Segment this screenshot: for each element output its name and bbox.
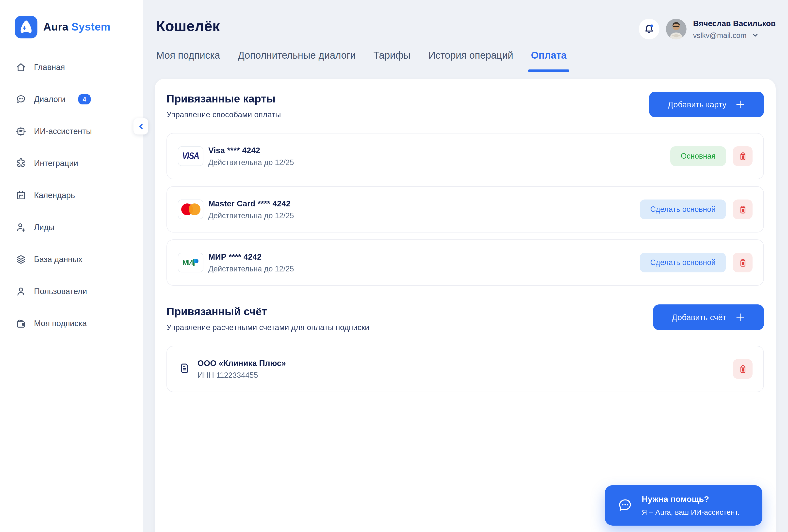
mastercard-logo-icon (178, 199, 203, 219)
sidebar-nav: Главная Диалоги 4 ИИ-ассистенты Интеграц… (0, 51, 143, 339)
card-row-mastercard: Master Card **** 4242 Действительна до 1… (166, 186, 764, 233)
layers-icon (15, 254, 26, 265)
cards-section-header: Привязанные карты Управление способами о… (166, 92, 764, 119)
sidebar-item-integrations[interactable]: Интеграции (0, 147, 143, 179)
card-title: МИР **** 4242 (208, 253, 294, 261)
sidebar-item-users[interactable]: Пользователи (0, 275, 143, 308)
add-account-button[interactable]: Добавить счёт (653, 304, 764, 330)
dialogs-count-badge: 4 (78, 94, 91, 104)
sidebar-item-calendar[interactable]: Календарь (0, 179, 143, 211)
account-section-subtitle: Управление расчётными счетами для оплаты… (166, 323, 369, 332)
sidebar-item-label: Интеграции (34, 159, 78, 168)
card-row-mir: МИ МИР **** 4242 Действительна до 12/25 … (166, 239, 764, 286)
tab-tariffs[interactable]: Тарифы (373, 50, 411, 61)
brand-name-primary: Aura (43, 21, 68, 33)
chevron-down-icon[interactable] (752, 31, 759, 39)
delete-card-button[interactable] (733, 199, 752, 219)
sidebar: AuraSystem Главная Диалоги 4 ИИ-ассистен… (0, 0, 143, 532)
sidebar-item-label: Лиды (34, 223, 55, 232)
cpu-icon (15, 125, 26, 137)
chat-icon (15, 94, 26, 105)
card-title: Master Card **** 4242 (208, 199, 294, 208)
account-title: ООО «Клиника Плюс» (197, 359, 286, 367)
brand-name-accent: System (72, 21, 111, 33)
sidebar-item-database[interactable]: База данных (0, 243, 143, 275)
sidebar-item-label: Главная (34, 63, 65, 72)
account-inn: ИНН 1122334455 (197, 371, 286, 379)
trash-icon (737, 257, 748, 268)
tab-extra-dialogs[interactable]: Дополнительные диалоги (238, 50, 356, 61)
chat-bubble-icon (616, 496, 634, 514)
notifications-button[interactable] (639, 19, 660, 39)
ai-help-widget[interactable]: Нужна помощь? Я – Aura, ваш ИИ-ассистент… (605, 485, 762, 526)
cards-section-title: Привязанные карты (166, 93, 281, 105)
page-title: Кошелёк (156, 18, 220, 35)
cards-list: VISA Visa **** 4242 Действительна до 12/… (166, 133, 764, 286)
add-account-button-label: Добавить счёт (672, 313, 726, 322)
tab-operation-history[interactable]: История операций (429, 50, 513, 61)
calendar-icon (15, 190, 26, 201)
trash-icon (737, 204, 748, 215)
wallet-icon (15, 318, 26, 329)
trash-icon (737, 364, 748, 374)
card-expiry: Действительна до 12/25 (208, 265, 294, 272)
make-primary-button[interactable]: Сделать основной (640, 199, 726, 219)
app-root: AuraSystem Главная Диалоги 4 ИИ-ассистен… (0, 0, 788, 532)
bell-icon (644, 23, 655, 35)
header-user-cluster: Вячеслав Васильков vslkv@mail.com (639, 19, 776, 39)
account-section-title: Привязанный счёт (166, 306, 369, 318)
aura-logo-icon (15, 16, 37, 38)
user-info[interactable]: Вячеслав Васильков vslkv@mail.com (693, 19, 776, 39)
accounts-list: ООО «Клиника Плюс» ИНН 1122334455 (166, 346, 764, 392)
primary-card-badge: Основная (670, 146, 726, 166)
sidebar-item-my-subscription[interactable]: Моя подписка (0, 308, 143, 339)
mir-logo-icon: МИ (178, 253, 203, 272)
sidebar-item-dialogs[interactable]: Диалоги 4 (0, 83, 143, 115)
sidebar-item-label: Диалоги (34, 95, 65, 104)
delete-account-button[interactable] (733, 359, 752, 379)
help-widget-subtitle: Я – Aura, ваш ИИ-ассистент. (642, 508, 740, 516)
tab-bar: Моя подписка Дополнительные диалоги Тари… (156, 50, 567, 61)
card-expiry: Действительна до 12/25 (208, 212, 294, 219)
payment-panel: Привязанные карты Управление способами о… (155, 79, 776, 532)
puzzle-icon (15, 158, 26, 169)
account-section-header: Привязанный счёт Управление расчётными с… (166, 304, 764, 332)
user-icon (15, 286, 26, 297)
home-icon (15, 62, 26, 73)
account-row: ООО «Клиника Плюс» ИНН 1122334455 (166, 346, 764, 392)
cards-section-subtitle: Управление способами оплаты (166, 110, 281, 119)
tab-my-subscription[interactable]: Моя подписка (156, 50, 220, 61)
card-row-visa: VISA Visa **** 4242 Действительна до 12/… (166, 133, 764, 179)
sidebar-collapse-button[interactable] (134, 118, 148, 135)
delete-card-button[interactable] (733, 253, 752, 272)
sidebar-item-home[interactable]: Главная (0, 51, 143, 83)
add-card-button-label: Добавить карту (668, 100, 726, 109)
delete-card-button[interactable] (733, 146, 752, 166)
sidebar-item-ai-assistants[interactable]: ИИ-ассистенты (0, 115, 143, 147)
plus-icon (735, 99, 745, 110)
sidebar-item-label: База данных (34, 255, 82, 264)
document-icon (178, 361, 191, 377)
main-area: Кошелёк Моя подписка Дополнительные диал… (143, 0, 788, 532)
card-expiry: Действительна до 12/25 (208, 158, 294, 166)
sidebar-item-label: Календарь (34, 191, 75, 200)
avatar[interactable] (666, 19, 687, 39)
user-plus-icon (15, 222, 26, 233)
sidebar-item-label: Моя подписка (34, 319, 87, 328)
sidebar-item-label: ИИ-ассистенты (34, 126, 92, 136)
make-primary-button[interactable]: Сделать основной (640, 253, 726, 272)
visa-logo-icon: VISA (178, 146, 203, 166)
trash-icon (737, 151, 748, 161)
add-card-button[interactable]: Добавить карту (649, 92, 764, 117)
help-widget-title: Нужна помощь? (642, 495, 740, 505)
brand: AuraSystem (0, 0, 143, 38)
plus-icon (735, 312, 745, 322)
card-title: Visa **** 4242 (208, 146, 294, 154)
user-email: vslkv@mail.com (693, 31, 747, 39)
tab-payment[interactable]: Оплата (531, 50, 567, 61)
sidebar-item-leads[interactable]: Лиды (0, 211, 143, 243)
sidebar-item-label: Пользователи (34, 287, 87, 296)
brand-name: AuraSystem (43, 21, 111, 34)
chevron-left-icon (137, 123, 144, 130)
user-name: Вячеслав Васильков (693, 19, 776, 27)
